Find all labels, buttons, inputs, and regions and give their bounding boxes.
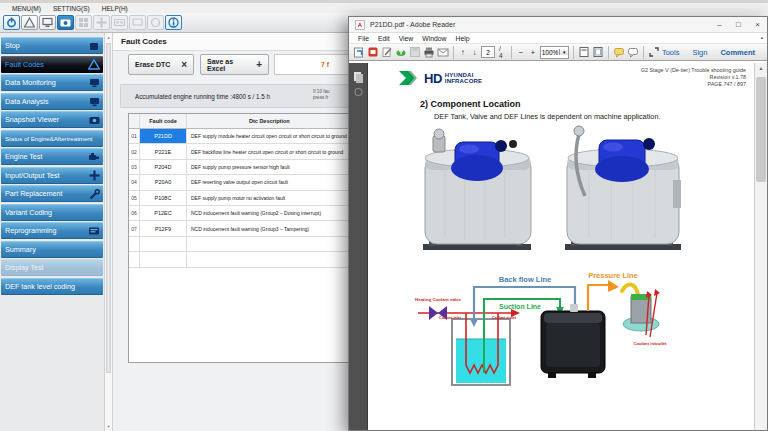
zoom-out-icon[interactable]: − — [516, 48, 526, 57]
sidebar-item-reprogramming[interactable]: Reprogramming — [1, 222, 103, 239]
send-cloud-icon[interactable] — [395, 46, 407, 59]
pdf-menu-view[interactable]: View — [399, 35, 414, 42]
fit-page-icon[interactable] — [592, 46, 604, 59]
io-cross-icon — [88, 170, 100, 181]
def-lines-schematic: Heating Coolant valve Coolant inlet Cool… — [398, 261, 708, 397]
email-icon[interactable] — [437, 46, 449, 59]
previous-page-icon[interactable]: ↑ — [458, 48, 468, 57]
minimize-button[interactable]: – — [710, 20, 729, 29]
scrollbar-thumb[interactable] — [106, 43, 111, 373]
fault-code-cell[interactable]: P108C — [140, 191, 187, 205]
chip-icon — [88, 226, 100, 237]
sidebar-item-label: Status of Engine&Aftertreatment — [5, 135, 92, 142]
sidebar: Stop Fault Codes Data Monitoring Data An… — [0, 33, 104, 431]
zoom-in-icon[interactable]: + — [528, 48, 538, 57]
menu-item-help[interactable]: HELP(H) — [102, 5, 128, 12]
save-icon-disabled[interactable] — [409, 46, 421, 59]
sidebar-item-snapshot-viewer[interactable]: Snapshot Viewer — [1, 111, 103, 128]
fault-row-number: 04 — [129, 175, 140, 189]
pdf-page: HD HYUNDAI INFRACORE G2 Stage V (De-tier… — [368, 63, 754, 430]
highlight-comment-icon[interactable] — [627, 46, 639, 59]
pdf-convert-icon[interactable] — [367, 46, 379, 59]
maximize-button[interactable]: □ — [729, 20, 748, 29]
record-icon[interactable] — [147, 15, 164, 30]
pdf-scrollbar[interactable]: ▲ — [754, 63, 767, 430]
close-button[interactable]: × — [748, 20, 767, 29]
header-fault-code: Fault code — [140, 114, 187, 128]
pdf-titlebar[interactable]: A P21DD.pdf - Adobe Reader – □ × — [349, 17, 767, 33]
suction-line-label: Suction Line — [499, 303, 541, 310]
pdf-menu-help[interactable]: Help — [455, 35, 469, 42]
menu-item-menu[interactable]: MENU(M) — [12, 5, 41, 12]
sidebar-item-display-test[interactable]: Display Test — [1, 259, 103, 276]
document-header-info: G2 Stage V (De-tier) Trouble shooting gu… — [641, 67, 746, 88]
save-as-excel-button[interactable]: Save as Excel + — [200, 54, 269, 75]
section-title: 2) Component Location — [420, 99, 521, 109]
sidebar-scrollbar[interactable]: ▲ ▼ — [104, 33, 113, 431]
sidebar-item-label: Data Monitoring — [5, 78, 56, 87]
cassette-icon[interactable] — [111, 15, 128, 30]
display-icon[interactable] — [129, 15, 146, 30]
zoom-level-value: 100% — [541, 49, 559, 56]
pdf-menu-file[interactable]: File — [358, 35, 369, 42]
sticky-note-icon[interactable] — [613, 46, 625, 59]
fault-code-cell[interactable]: P221E — [140, 144, 187, 158]
sidebar-item-summary[interactable]: Summary — [1, 241, 103, 258]
page-total-label: / 4 — [499, 45, 505, 59]
sidebar-item-stop[interactable]: Stop — [1, 37, 103, 54]
sidebar-item-part-replacement[interactable]: Part Replacement — [1, 185, 103, 202]
fault-code-cell[interactable]: P20A0 — [140, 175, 187, 189]
sidebar-item-status-engine-aftertreatment[interactable]: Status of Engine&Aftertreatment — [1, 130, 103, 147]
zoom-level-select[interactable]: 100% ▾ — [540, 46, 569, 59]
info-icon[interactable] — [165, 15, 182, 30]
fault-code-cell[interactable]: P204D — [140, 160, 187, 174]
print-icon[interactable] — [423, 46, 435, 59]
fault-note-text: If 10 fau press fr — [313, 89, 330, 101]
sidebar-item-variant-coding[interactable]: Variant Coding — [1, 204, 103, 221]
pdf-scrollbar-thumb[interactable] — [756, 77, 766, 182]
tools-button[interactable]: Tools — [662, 48, 680, 57]
sidebar-item-data-monitoring[interactable]: Data Monitoring — [1, 74, 103, 91]
coolant-inlet-label: Coolant inlet — [439, 316, 462, 320]
chevron-down-icon[interactable]: ▾ — [559, 49, 568, 55]
scroll-down-icon[interactable]: ▼ — [105, 424, 112, 429]
sidebar-item-input-output-test[interactable]: Input/Output Test — [1, 167, 103, 184]
sidebar-item-fault-codes[interactable]: Fault Codes — [1, 56, 103, 73]
erase-dtc-button[interactable]: Erase DTC × — [128, 54, 194, 75]
plus-icon: + — [256, 59, 262, 70]
pdf-menu-edit[interactable]: Edit — [378, 35, 390, 42]
fault-code-cell-selected[interactable]: P21DD — [140, 129, 187, 143]
comment-button[interactable]: Comment — [720, 48, 755, 57]
sidebar-item-def-tank-level-coding[interactable]: DEF tank level coding — [1, 278, 103, 295]
fullscreen-icon[interactable] — [648, 46, 660, 59]
page-thumbnails-icon[interactable] — [352, 70, 365, 83]
open-file-icon[interactable] — [353, 46, 365, 59]
sign-button[interactable]: Sign — [692, 48, 707, 57]
io-test-icon[interactable] — [93, 15, 110, 30]
scroll-up-icon[interactable]: ▲ — [755, 65, 767, 71]
power-icon[interactable] — [3, 15, 20, 30]
fault-code-cell[interactable]: P12EC — [140, 206, 187, 220]
attachments-icon[interactable] — [352, 85, 365, 98]
page-number-input[interactable]: 2 — [481, 46, 495, 58]
coolant-inoutlet-label: Coolant in/outlet — [633, 341, 667, 346]
adobe-reader-window: A P21DD.pdf - Adobe Reader – □ × File Ed… — [348, 16, 768, 431]
next-page-icon[interactable]: ↓ — [470, 48, 480, 57]
fit-width-icon[interactable] — [578, 46, 590, 59]
layout-icon[interactable] — [75, 15, 92, 30]
sidebar-item-engine-test[interactable]: Engine Test — [1, 148, 103, 165]
stop-icon — [88, 41, 100, 52]
fault-code-cell[interactable]: P12F9 — [140, 221, 187, 235]
brand-name-text: HYUNDAI INFRACORE — [445, 72, 482, 85]
brand-chevron-icon — [398, 69, 421, 87]
snapshot-camera-icon[interactable] — [57, 15, 74, 30]
pdf-menu-window[interactable]: Window — [422, 35, 446, 42]
menu-item-setting[interactable]: SETTING(S) — [53, 5, 90, 12]
monitor-icon[interactable] — [39, 15, 56, 30]
fault-codes-icon[interactable] — [21, 15, 38, 30]
heating-valve-label: Heating Coolant valve — [415, 297, 461, 302]
sidebar-item-data-analysis[interactable]: Data Analysis — [1, 93, 103, 110]
scroll-up-icon[interactable]: ▲ — [105, 35, 112, 40]
menubar-pin-icon[interactable]: ▪ — [761, 35, 763, 41]
edit-pen-icon[interactable] — [381, 46, 393, 59]
